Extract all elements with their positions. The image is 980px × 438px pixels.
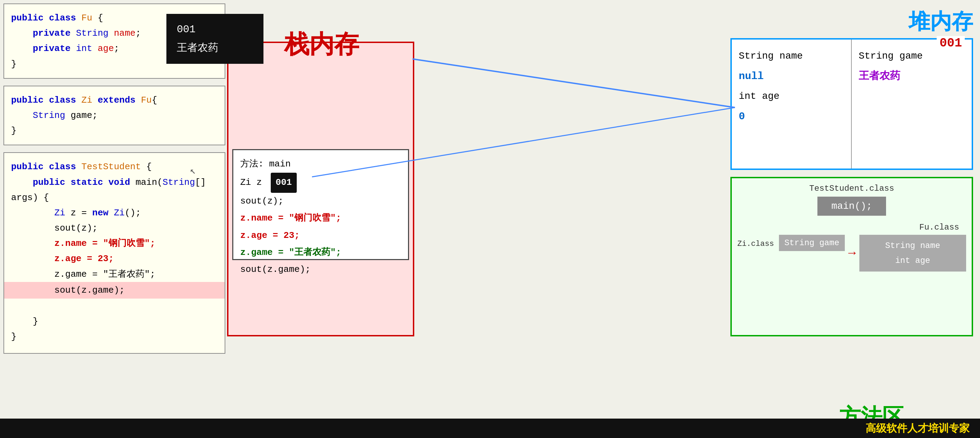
tooltip-line1: 001 <box>177 20 253 39</box>
stack-zi-z: Zi z 001 <box>240 173 401 193</box>
method-fu-class-title: Fu.class <box>737 223 966 232</box>
code-type2: int <box>76 43 92 54</box>
code-red1: z.name = "钢门吹雪"; <box>54 238 155 248</box>
code-kw4: public class <box>11 95 76 105</box>
zi-class-box: String game <box>779 235 845 251</box>
method-main-btn[interactable]: main(); <box>818 197 886 216</box>
stack-age-line: z.age = 23; <box>240 227 401 244</box>
heap-left-col: String name null int age 0 <box>732 40 852 169</box>
code-type6: Zi <box>114 208 124 218</box>
heap-label: 堆内存 <box>908 7 973 36</box>
heap-field2: int age <box>739 87 844 106</box>
code-red2: z.age = 23; <box>54 253 114 264</box>
heap-label-001: 001 <box>937 36 965 50</box>
tooltip-box: 001 王者农药 <box>166 14 264 64</box>
code-field2: age <box>98 43 114 54</box>
code-highlight-row: sout(z.game); <box>4 282 224 299</box>
code-kw2: private <box>33 28 70 38</box>
heap-val-null: null <box>739 66 844 87</box>
code-class-zi: Zi <box>81 95 92 105</box>
bottom-bar-text: 高级软件人才培训专家 <box>865 421 970 436</box>
code-class-name: Fu <box>81 13 92 23</box>
stack-game-line: z.game = "王者农药"; <box>240 244 401 261</box>
code-type5: Zi <box>54 208 65 218</box>
heap-area: 001 String name null int age 0 String ga… <box>730 38 973 170</box>
stack-name-line: z.name = "钢门吹雪"; <box>240 210 401 227</box>
stack-method-label: 方法: main <box>240 156 401 173</box>
code-box-main: public class TestStudent { public static… <box>3 152 225 354</box>
code-box-zi: public class Zi extends Fu{ String game;… <box>3 86 225 146</box>
stack-label: 栈内存 <box>284 28 359 61</box>
tooltip-line2: 王者农药 <box>177 39 253 57</box>
heap-right-col: String game 王者农药 <box>852 40 972 169</box>
code-class-test: TestStudent <box>81 162 141 172</box>
code-field: name <box>114 28 135 38</box>
code-kw6: public static void <box>33 177 130 188</box>
code-type3: String <box>33 110 65 121</box>
code-type4: String <box>162 177 195 188</box>
method-class-title: TestStudent.class <box>737 184 966 193</box>
code-kw5: public class <box>11 162 76 172</box>
zi-class-label: Zi.class <box>737 235 774 248</box>
code-kw3: private <box>33 43 70 54</box>
cursor: ↖ <box>190 165 196 173</box>
stack-inner-box: 方法: main Zi z 001 sout(z); z.name = "钢门吹… <box>232 149 409 260</box>
heap-inner: String name null int age 0 String game 王… <box>732 40 972 169</box>
heap-val-game: 王者农药 <box>859 66 965 87</box>
heap-val-zero: 0 <box>739 106 844 127</box>
svg-line-0 <box>412 59 735 108</box>
method-row: Zi.class String game → String nameint ag… <box>737 235 966 272</box>
code-class-fu-ref: Fu <box>141 95 152 105</box>
heap-field1: String name <box>739 46 844 66</box>
code-extends: extends <box>98 95 135 105</box>
bottom-bar: 高级软件人才培训专家 <box>0 419 980 438</box>
code-type: String <box>76 28 108 38</box>
method-area: TestStudent.class main(); Fu.class Zi.cl… <box>730 177 973 336</box>
stack-badge-001: 001 <box>271 173 297 193</box>
code-kw: public class <box>11 13 76 23</box>
stack-sout-game: sout(z.game); <box>240 261 401 278</box>
code-new: new <box>92 208 108 218</box>
fu-class-box: String nameint age <box>859 235 966 272</box>
arrow-right-icon: → <box>848 246 856 260</box>
stack-sout-z: sout(z); <box>240 193 401 210</box>
